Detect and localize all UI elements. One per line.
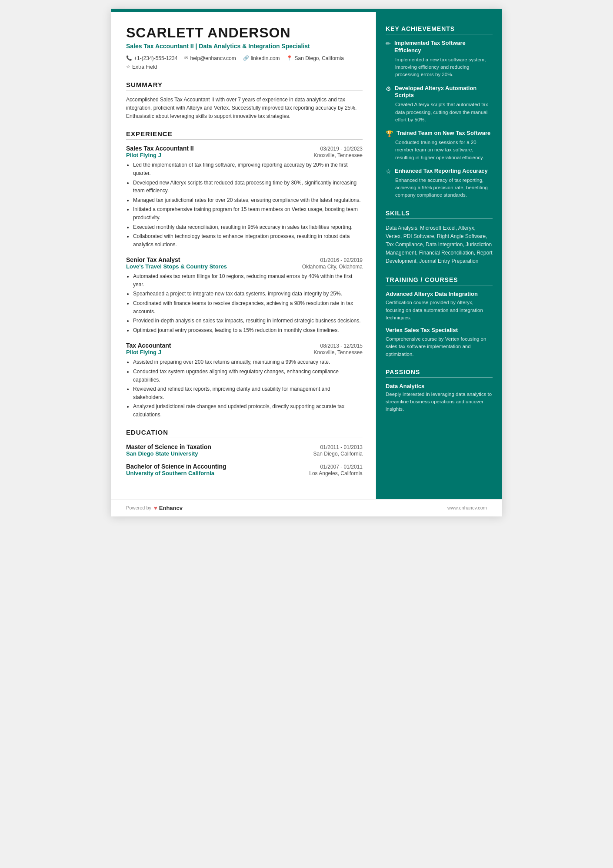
key-achievements-title: KEY ACHIEVEMENTS: [386, 25, 493, 34]
edu-degree-1: Master of Science in Taxation: [126, 443, 211, 450]
job-location-2: Oklahoma City, Oklahoma: [302, 264, 363, 270]
star-icon: ☆: [126, 64, 130, 70]
bullet: Analyzed jurisdictional rate changes and…: [133, 402, 363, 419]
bullet: Optimized journal entry processes, leadi…: [133, 326, 363, 335]
phone-icon: 📞: [126, 55, 132, 61]
skills-section: SKILLS Data Analysis, Microsoft Excel, A…: [386, 210, 493, 266]
achievement-title-4: Enhanced Tax Reporting Accuracy: [395, 168, 488, 175]
achievement-header-4: ☆ Enhanced Tax Reporting Accuracy: [386, 168, 493, 175]
email-icon: ✉: [184, 55, 188, 61]
job-title-1: Sales Tax Accountant II: [126, 145, 194, 152]
training-course-desc-2: Comprehensive course by Vertex focusing …: [386, 335, 493, 358]
bullet: Assisted in preparing over 200 tax retur…: [133, 358, 363, 366]
header-section: SCARLETT ANDERSON Sales Tax Accountant I…: [126, 25, 363, 70]
job-company-2: Love's Travel Stops & Country Stores: [126, 263, 227, 270]
edu-dates-1: 01/2011 - 01/2013: [320, 444, 363, 450]
job-block-1: Sales Tax Accountant II 03/2019 - 10/202…: [126, 145, 363, 248]
edu-degree-2: Bachelor of Science in Accounting: [126, 463, 227, 470]
heart-icon: ♥: [154, 505, 157, 511]
achievement-title-1: Implemented Tax Software Efficiency: [394, 40, 493, 54]
job-bullets-2: Automated sales tax return filings for 1…: [126, 272, 363, 334]
summary-section: SUMMARY Accomplished Sales Tax Accountan…: [126, 81, 363, 121]
bullet: Automated sales tax return filings for 1…: [133, 272, 363, 288]
edu-location-1: San Diego, California: [313, 451, 363, 457]
job-company-1: Pilot Flying J: [126, 152, 161, 158]
contact-extra: ☆ Extra Field: [126, 64, 157, 70]
job-company-row-3: Pilot Flying J Knoxville, Tennessee: [126, 349, 363, 355]
edu-block-1: Master of Science in Taxation 01/2011 - …: [126, 443, 363, 457]
footer-website: www.enhancv.com: [447, 505, 487, 510]
edu-header-1: Master of Science in Taxation 01/2011 - …: [126, 443, 363, 450]
resume-body: SCARLETT ANDERSON Sales Tax Accountant I…: [111, 12, 502, 499]
key-achievements-section: KEY ACHIEVEMENTS ✏ Implemented Tax Softw…: [386, 25, 493, 199]
bullet: Provided in-depth analysis on sales tax …: [133, 317, 363, 325]
education-title: EDUCATION: [126, 429, 363, 438]
training-course-desc-1: Certification course provided by Alteryx…: [386, 299, 493, 322]
job-title-3: Tax Accountant: [126, 342, 171, 349]
job-bullets-3: Assisted in preparing over 200 tax retur…: [126, 358, 363, 419]
candidate-title: Sales Tax Accountant II | Data Analytics…: [126, 42, 363, 51]
job-dates-3: 08/2013 - 12/2015: [320, 343, 363, 349]
skills-text: Data Analysis, Microsoft Excel, Alteryx,…: [386, 224, 493, 266]
job-company-row-2: Love's Travel Stops & Country Stores Okl…: [126, 263, 363, 270]
training-course-title-2: Vertex Sales Tax Specialist: [386, 327, 493, 334]
footer: Powered by ♥ Enhancv www.enhancv.com: [111, 499, 502, 516]
link-icon: 🔗: [243, 55, 249, 61]
job-company-3: Pilot Flying J: [126, 349, 161, 355]
bullet: Managed tax jurisdictional rates for ove…: [133, 196, 363, 204]
achievement-4: ☆ Enhanced Tax Reporting Accuracy Enhanc…: [386, 168, 493, 199]
enhancv-logo: ♥ Enhancv: [154, 505, 183, 511]
edu-block-2: Bachelor of Science in Accounting 01/200…: [126, 463, 363, 476]
bullet: Led the implementation of tax filing sof…: [133, 161, 363, 177]
summary-text: Accomplished Sales Tax Accountant II wit…: [126, 96, 363, 121]
experience-section: EXPERIENCE Sales Tax Accountant II 03/20…: [126, 130, 363, 419]
achievement-1: ✏ Implemented Tax Software Efficiency Im…: [386, 40, 493, 79]
job-header-2: Senior Tax Analyst 01/2016 - 02/2019: [126, 256, 363, 263]
brand-name: Enhancv: [159, 505, 183, 511]
job-dates-2: 01/2016 - 02/2019: [320, 257, 363, 263]
passions-title: PASSIONS: [386, 369, 493, 378]
job-header-1: Sales Tax Accountant II 03/2019 - 10/202…: [126, 145, 363, 152]
edu-dates-2: 01/2007 - 01/2011: [320, 464, 363, 470]
bullet: Initiated a comprehensive training progr…: [133, 205, 363, 221]
bullet: Reviewed and refined tax reports, improv…: [133, 385, 363, 401]
contact-location: 📍 San Diego, California: [287, 55, 343, 61]
education-section: EDUCATION Master of Science in Taxation …: [126, 429, 363, 476]
bullet: Executed monthly data reconciliation, re…: [133, 223, 363, 231]
achievement-desc-2: Created Alteryx scripts that automated t…: [386, 101, 493, 124]
job-title-2: Senior Tax Analyst: [126, 256, 180, 263]
training-item-2: Vertex Sales Tax Specialist Comprehensiv…: [386, 327, 493, 358]
skills-title: SKILLS: [386, 210, 493, 219]
left-column: SCARLETT ANDERSON Sales Tax Accountant I…: [111, 12, 376, 499]
achievement-icon-3: 🏆: [386, 130, 393, 137]
bullet: Spearheaded a project to integrate new t…: [133, 290, 363, 298]
edu-location-2: Los Angeles, California: [309, 470, 363, 476]
bullet: Conducted tax system upgrades aligning w…: [133, 368, 363, 384]
training-section: TRAINING / COURSES Advanced Alteryx Data…: [386, 276, 493, 358]
powered-by-label: Powered by: [126, 505, 151, 510]
summary-title: SUMMARY: [126, 81, 363, 90]
achievement-header-3: 🏆 Trained Team on New Tax Software: [386, 130, 493, 137]
candidate-name: SCARLETT ANDERSON: [126, 25, 363, 40]
bullet: Collaborated with technology teams to en…: [133, 232, 363, 248]
achievement-2: ⚙ Developed Alteryx Automation Scripts C…: [386, 85, 493, 124]
training-course-title-1: Advanced Alteryx Data Integration: [386, 291, 493, 298]
job-dates-1: 03/2019 - 10/2023: [320, 146, 363, 152]
achievement-header-1: ✏ Implemented Tax Software Efficiency: [386, 40, 493, 54]
edu-header-2: Bachelor of Science in Accounting 01/200…: [126, 463, 363, 470]
achievement-title-2: Developed Alteryx Automation Scripts: [395, 85, 493, 100]
edu-school-row-2: University of Southern California Los An…: [126, 470, 363, 476]
experience-title: EXPERIENCE: [126, 130, 363, 140]
training-title: TRAINING / COURSES: [386, 276, 493, 285]
achievement-3: 🏆 Trained Team on New Tax Software Condu…: [386, 130, 493, 161]
location-icon: 📍: [287, 55, 293, 61]
contact-row: 📞 +1-(234)-555-1234 ✉ help@enhancv.com 🔗…: [126, 55, 363, 70]
passions-section: PASSIONS Data Analytics Deeply intereste…: [386, 369, 493, 413]
resume-wrapper: SCARLETT ANDERSON Sales Tax Accountant I…: [111, 9, 502, 516]
achievement-desc-4: Enhanced the accuracy of tax reporting, …: [386, 177, 493, 199]
bullet: Coordinated with finance teams to resolv…: [133, 299, 363, 315]
achievement-icon-4: ☆: [386, 168, 391, 175]
achievement-header-2: ⚙ Developed Alteryx Automation Scripts: [386, 85, 493, 100]
edu-school-row-1: San Diego State University San Diego, Ca…: [126, 450, 363, 457]
achievement-desc-3: Conducted training sessions for a 20-mem…: [386, 139, 493, 161]
